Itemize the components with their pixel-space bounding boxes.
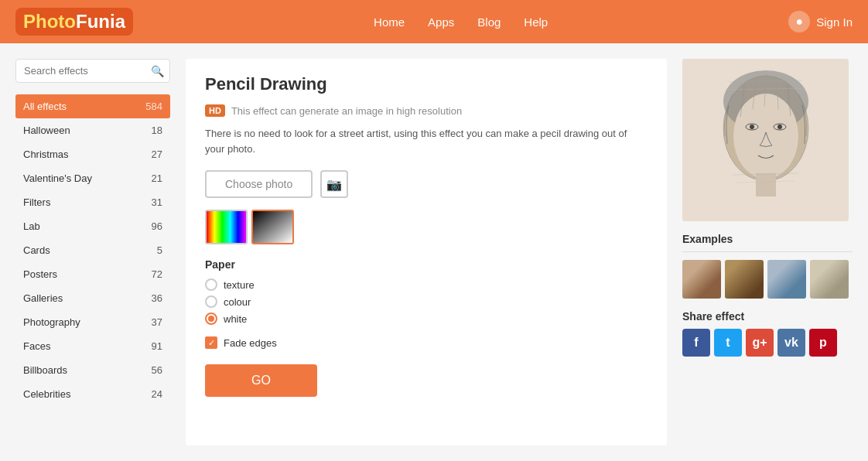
go-button[interactable]: GO — [205, 364, 317, 397]
sidebar-item-faces[interactable]: Faces 91 — [15, 334, 170, 358]
hd-badge: HD This effect can generate an image in … — [205, 104, 462, 117]
sidebar-item-label: Christmas — [23, 149, 69, 160]
sidebar-item-valentines[interactable]: Valentine's Day 21 — [15, 166, 170, 190]
upload-row: Choose photo 📷 — [205, 170, 648, 198]
sidebar-item-label: Halloween — [23, 125, 70, 136]
search-icon: 🔍 — [151, 65, 164, 77]
color-swatch-rainbow[interactable] — [205, 210, 248, 244]
examples-title: Examples — [682, 233, 853, 245]
sidebar-item-label: Cards — [23, 244, 50, 256]
camera-button[interactable]: 📷 — [320, 170, 348, 198]
share-vk-button[interactable]: vk — [777, 329, 805, 357]
example-thumb-3[interactable] — [767, 260, 806, 299]
sidebar-item-count: 18 — [152, 125, 162, 136]
sidebar-item-lab[interactable]: Lab 96 — [15, 214, 170, 238]
sidebar-item-halloween[interactable]: Halloween 18 — [15, 118, 170, 142]
sidebar-item-count: 91 — [152, 340, 162, 352]
sign-in-area[interactable]: ● Sign In — [788, 11, 853, 32]
sidebar-item-label: Lab — [23, 220, 40, 232]
fade-edges-label: Fade edges — [224, 337, 277, 349]
sidebar-item-photography[interactable]: Photography 37 — [15, 310, 170, 334]
sidebar-item-all-effects[interactable]: All effects 584 — [15, 94, 170, 118]
camera-icon: 📷 — [326, 177, 342, 192]
pencil-drawing-preview — [682, 59, 849, 221]
sidebar-item-count: 72 — [152, 268, 162, 280]
share-title: Share effect — [682, 310, 853, 323]
sidebar-item-count: 96 — [152, 220, 162, 232]
sidebar-item-label: Celebrities — [23, 388, 70, 400]
hd-tag: HD — [205, 104, 225, 117]
preview-image — [682, 59, 849, 221]
sidebar-item-billboards[interactable]: Billboards 56 — [15, 358, 170, 382]
logo: PhotoFunia — [15, 8, 133, 36]
radio-white — [205, 312, 217, 325]
sidebar-item-count: 584 — [145, 101, 162, 112]
sidebar-item-christmas[interactable]: Christmas 27 — [15, 142, 170, 166]
sidebar-item-label: Galleries — [23, 292, 63, 304]
sidebar-item-cards[interactable]: Cards 5 — [15, 238, 170, 262]
sidebar-item-label: Billboards — [23, 364, 67, 376]
sidebar-item-galleries[interactable]: Galleries 36 — [15, 286, 170, 310]
category-list: All effects 584 Halloween 18 Christmas 2… — [15, 94, 170, 406]
sidebar-item-count: 56 — [152, 364, 162, 376]
nav-home[interactable]: Home — [374, 15, 405, 29]
share-facebook-button[interactable]: f — [682, 329, 710, 357]
nav-apps[interactable]: Apps — [428, 15, 454, 29]
sidebar-item-count: 27 — [152, 149, 162, 160]
sign-in-label: Sign In — [816, 15, 853, 29]
radio-colour — [205, 295, 217, 308]
nav-help[interactable]: Help — [524, 15, 548, 29]
share-twitter-button[interactable]: t — [714, 329, 742, 357]
share-buttons: f t g+ vk p — [682, 329, 853, 357]
search-input[interactable] — [15, 59, 170, 83]
sidebar-item-filters[interactable]: Filters 31 — [15, 190, 170, 214]
effect-title: Pencil Drawing — [205, 74, 648, 94]
sidebar-item-label: Faces — [23, 340, 50, 352]
example-thumb-4[interactable] — [810, 260, 849, 299]
paper-option-colour[interactable]: colour — [205, 295, 648, 308]
svg-point-6 — [750, 125, 754, 129]
sidebar-item-count: 24 — [152, 388, 162, 400]
share-pinterest-button[interactable]: p — [809, 329, 837, 357]
user-icon: ● — [788, 11, 810, 32]
sidebar-item-count: 31 — [152, 196, 162, 208]
nav-blog[interactable]: Blog — [477, 15, 501, 29]
svg-point-7 — [777, 125, 782, 129]
right-panel: Examples Share effect f t g+ vk p — [682, 59, 853, 446]
effect-panel: Pencil Drawing HD This effect can genera… — [186, 59, 667, 446]
choose-photo-button[interactable]: Choose photo — [205, 170, 313, 198]
color-swatch-bw[interactable] — [251, 210, 294, 244]
sidebar-item-count: 36 — [152, 292, 162, 304]
paper-options: texture colour white — [205, 278, 648, 325]
sidebar-item-label: All effects — [23, 101, 67, 112]
sidebar-item-label: Photography — [23, 316, 80, 328]
sidebar-item-celebrities[interactable]: Celebrities 24 — [15, 382, 170, 406]
share-google-button[interactable]: g+ — [746, 329, 774, 357]
main-container: 🔍 All effects 584 Halloween 18 Christmas… — [0, 43, 868, 461]
svg-point-3 — [733, 94, 798, 179]
sidebar-item-posters[interactable]: Posters 72 — [15, 262, 170, 286]
main-nav: Home Apps Blog Help — [374, 15, 548, 29]
fade-edges-checkbox[interactable]: ✓ — [205, 336, 217, 349]
paper-colour-label: colour — [224, 296, 251, 308]
paper-option-texture[interactable]: texture — [205, 278, 648, 291]
color-swatches — [205, 210, 648, 244]
fade-edges-row[interactable]: ✓ Fade edges — [205, 336, 648, 349]
examples-row — [682, 260, 853, 299]
example-thumb-2[interactable] — [725, 260, 764, 299]
effect-description: There is no need to look for a street ar… — [205, 126, 648, 156]
paper-label: Paper — [205, 258, 648, 271]
search-box: 🔍 — [15, 59, 170, 83]
sidebar: 🔍 All effects 584 Halloween 18 Christmas… — [15, 59, 170, 446]
sidebar-item-count: 37 — [152, 316, 162, 328]
logo-text[interactable]: PhotoFunia — [15, 8, 133, 36]
paper-option-white[interactable]: white — [205, 312, 648, 325]
example-thumb-1[interactable] — [682, 260, 721, 299]
paper-white-label: white — [224, 313, 247, 325]
sidebar-item-label: Filters — [23, 196, 50, 208]
header: PhotoFunia Home Apps Blog Help ● Sign In — [0, 0, 868, 43]
sidebar-item-count: 5 — [157, 244, 162, 256]
radio-texture — [205, 278, 217, 291]
sidebar-item-label: Valentine's Day — [23, 172, 92, 184]
hd-description: This effect can generate an image in hig… — [231, 105, 462, 117]
